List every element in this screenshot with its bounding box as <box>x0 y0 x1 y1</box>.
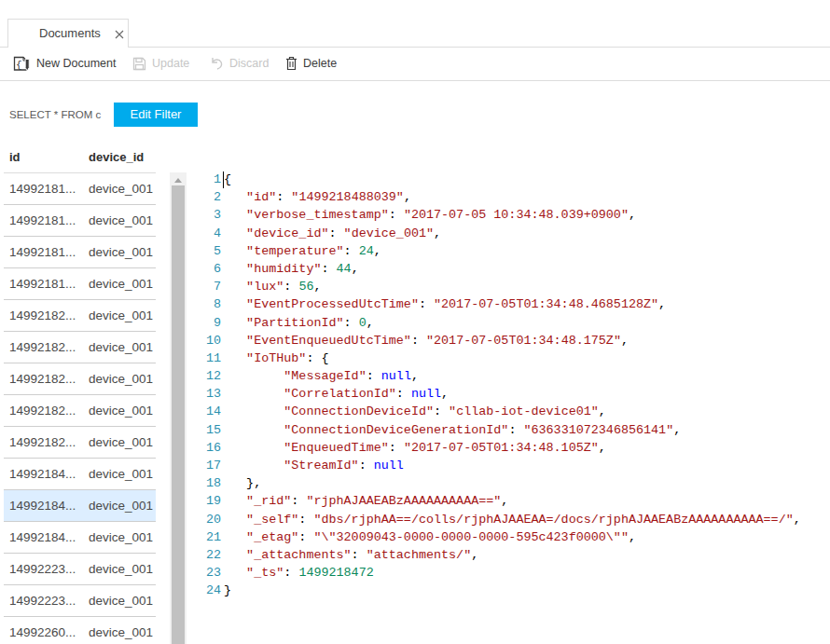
scrollbar-up-arrow-icon[interactable] <box>174 178 182 183</box>
query-text: SELECT * FROM c <box>9 103 101 127</box>
table-row[interactable]: 14992182...device_001 <box>4 300 156 332</box>
row-id: 14992184... <box>9 522 76 553</box>
new-document-icon: { <box>12 56 31 72</box>
update-button[interactable]: Update <box>132 53 189 74</box>
table-scrollbar[interactable] <box>170 172 187 644</box>
table-row[interactable]: 14992184...device_001 <box>4 522 156 554</box>
row-device-id: device_001 <box>89 205 153 236</box>
column-header-device-id: device_id <box>89 150 144 164</box>
editor-content[interactable]: { "id": "1499218488039", "verbose_timest… <box>224 171 801 600</box>
tab-label: Documents <box>39 20 101 47</box>
row-device-id: device_001 <box>89 585 153 616</box>
undo-icon <box>210 57 224 71</box>
save-icon <box>132 57 146 71</box>
editor-cursor <box>223 171 224 188</box>
table-row[interactable]: 14992223...device_001 <box>4 585 156 617</box>
json-editor[interactable]: 123456789101112131415161718192021222324 … <box>187 171 830 644</box>
row-device-id: device_001 <box>89 268 153 299</box>
edit-filter-button[interactable]: Edit Filter <box>114 103 198 127</box>
row-id: 14992223... <box>9 585 76 616</box>
table-row[interactable]: 14992184...device_001 <box>4 490 156 522</box>
trash-icon <box>285 56 297 71</box>
svg-text:{: { <box>16 60 22 71</box>
row-id: 14992181... <box>9 205 76 236</box>
table-row[interactable]: 14992181...device_001 <box>4 268 156 300</box>
toolbar-divider <box>0 80 830 81</box>
row-device-id: device_001 <box>89 617 153 644</box>
delete-button[interactable]: Delete <box>285 53 337 74</box>
scrollbar-thumb[interactable] <box>172 185 185 644</box>
row-id: 14992182... <box>9 300 76 331</box>
table-row[interactable]: 14992182...device_001 <box>4 395 156 427</box>
row-id: 14992260... <box>9 617 76 644</box>
row-device-id: device_001 <box>89 554 153 584</box>
row-id: 14992181... <box>9 173 76 204</box>
table-row[interactable]: 14992182...device_001 <box>4 427 156 459</box>
table-row[interactable]: 14992182...device_001 <box>4 332 156 363</box>
row-id: 14992182... <box>9 395 76 426</box>
row-device-id: device_001 <box>89 459 153 489</box>
row-device-id: device_001 <box>89 490 153 521</box>
row-device-id: device_001 <box>89 237 153 267</box>
table-row[interactable]: 14992223...device_001 <box>4 554 156 585</box>
tab-documents[interactable]: Documents <box>7 19 129 48</box>
documents-table: 14992181...device_00114992181...device_0… <box>4 173 156 644</box>
update-label: Update <box>152 57 189 70</box>
row-id: 14992181... <box>9 237 76 267</box>
table-row[interactable]: 14992181...device_001 <box>4 205 156 237</box>
row-id: 14992182... <box>9 332 76 363</box>
row-id: 14992181... <box>9 268 76 299</box>
new-document-button[interactable]: { New Document <box>12 53 116 74</box>
row-device-id: device_001 <box>89 522 153 553</box>
row-device-id: device_001 <box>89 300 153 331</box>
tab-close-icon[interactable] <box>114 29 125 40</box>
table-row[interactable]: 14992181...device_001 <box>4 173 156 205</box>
row-id: 14992182... <box>9 427 76 458</box>
discard-label: Discard <box>229 57 269 70</box>
table-row[interactable]: 14992182...device_001 <box>4 363 156 395</box>
table-row[interactable]: 14992181...device_001 <box>4 237 156 268</box>
new-document-label: New Document <box>36 57 116 70</box>
row-id: 14992182... <box>9 363 76 394</box>
delete-label: Delete <box>303 57 337 70</box>
row-id: 14992223... <box>9 554 76 584</box>
row-device-id: device_001 <box>89 363 153 394</box>
row-device-id: device_001 <box>89 395 153 426</box>
column-header-id: id <box>9 150 21 164</box>
table-row[interactable]: 14992184...device_001 <box>4 459 156 490</box>
discard-button[interactable]: Discard <box>210 53 269 74</box>
row-id: 14992184... <box>9 459 76 489</box>
row-device-id: device_001 <box>89 173 153 204</box>
row-id: 14992184... <box>9 490 76 521</box>
editor-line-numbers: 123456789101112131415161718192021222324 <box>187 171 221 600</box>
table-row[interactable]: 14992260...device_001 <box>4 617 156 644</box>
row-device-id: device_001 <box>89 427 153 458</box>
row-device-id: device_001 <box>89 332 153 363</box>
